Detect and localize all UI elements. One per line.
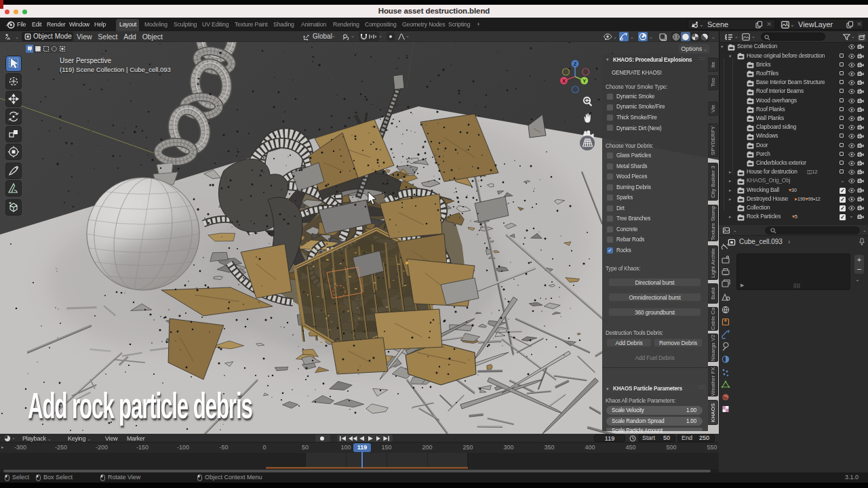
svg-text:X: X <box>562 78 566 84</box>
svg-text:Y: Y <box>583 78 586 84</box>
svg-text:Z: Z <box>574 61 577 67</box>
